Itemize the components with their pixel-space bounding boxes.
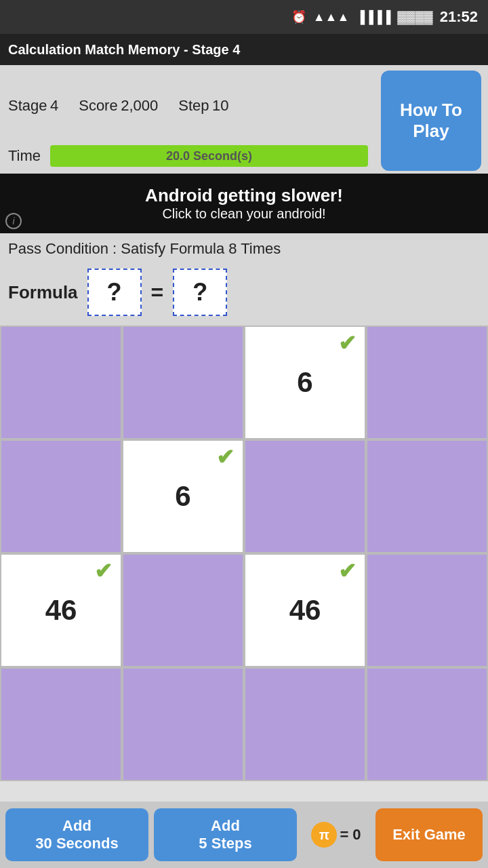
battery-icon: ▓▓▓▓ [397, 10, 433, 24]
app-title: Calculation Match Memory - Stage 4 [8, 42, 240, 58]
alarm-icon: ⏰ [291, 9, 306, 24]
grid-row-0: ✔6 [0, 326, 488, 439]
formula-right-box[interactable]: ? [173, 269, 227, 316]
grid-cell-3-0[interactable] [0, 667, 122, 781]
grid-cell-3-1[interactable] [122, 667, 244, 781]
grid-cell-0-2[interactable]: ✔6 [244, 326, 366, 439]
checkmark-icon: ✔ [216, 446, 235, 468]
grid-cell-0-0[interactable] [0, 326, 122, 439]
add-steps-line1: Add [211, 817, 240, 834]
formula-label: Formula [8, 282, 78, 303]
status-bar: ⏰ ▲▲▲ ▐▐▐▐ ▓▓▓▓ 21:52 [0, 0, 488, 34]
pass-condition: Pass Condition : Satisfy Formula 8 Times [0, 233, 488, 262]
cell-value: 46 [45, 594, 77, 627]
time-bar-fill: 20.0 Second(s) [50, 145, 368, 167]
ad-text: Android getting slower! Click to clean y… [145, 185, 343, 222]
add-seconds-button[interactable]: Add 30 Seconds [5, 808, 148, 861]
pass-condition-text: Pass Condition : Satisfy Formula 8 Times [8, 240, 281, 257]
pi-symbol: π [319, 827, 329, 843]
ad-line2: Click to clean your android! [145, 206, 343, 222]
game-grid: ✔6✔6✔46✔46 [0, 326, 488, 781]
grid-cell-2-0[interactable]: ✔46 [0, 553, 122, 667]
how-to-play-button[interactable]: How To Play [381, 71, 481, 171]
info-icon[interactable]: i [5, 213, 22, 229]
grid-row-3 [0, 667, 488, 781]
stage-label: Stage [8, 97, 47, 115]
add-steps-line2: 5 Steps [199, 835, 251, 852]
grid-cell-1-1[interactable]: ✔6 [122, 439, 244, 553]
formula-equals: = [151, 280, 164, 305]
ad-banner[interactable]: Android getting slower! Click to clean y… [0, 174, 488, 233]
grid-cell-1-2[interactable] [244, 439, 366, 553]
time-value: 20.0 Second(s) [166, 149, 252, 163]
grid-cell-3-2[interactable] [244, 667, 366, 781]
add-steps-button[interactable]: Add 5 Steps [154, 808, 297, 861]
how-to-play-line1: How To [400, 100, 462, 120]
checkmark-icon: ✔ [338, 560, 357, 582]
cell-value: 46 [289, 594, 321, 627]
time-bar-container: 20.0 Second(s) [50, 145, 368, 167]
title-bar: Calculation Match Memory - Stage 4 [0, 34, 488, 65]
formula-left-box[interactable]: ? [87, 269, 142, 316]
grid-cell-0-3[interactable] [366, 326, 488, 439]
signal-icon: ▐▐▐▐ [356, 10, 390, 24]
grid-cell-2-3[interactable] [366, 553, 488, 667]
status-time: 21:52 [440, 8, 478, 26]
cell-value: 6 [175, 480, 190, 513]
formula-right-value: ? [192, 278, 207, 307]
grid-cell-3-3[interactable] [366, 667, 488, 781]
grid-cell-2-2[interactable]: ✔46 [244, 553, 366, 667]
exit-label: Exit Game [392, 826, 466, 844]
how-to-play-line2: Play [413, 121, 449, 141]
pi-value: = 0 [340, 826, 361, 844]
checkmark-icon: ✔ [338, 332, 357, 354]
grid-cell-2-1[interactable] [122, 553, 244, 667]
add-seconds-line1: Add [62, 817, 92, 834]
grid-cell-1-3[interactable] [366, 439, 488, 553]
stage-value: 4 [50, 97, 58, 115]
exit-game-button[interactable]: Exit Game [375, 808, 483, 861]
score-label: Score [79, 97, 117, 115]
bottom-bar: Add 30 Seconds Add 5 Steps π = 0 Exit Ga… [0, 802, 488, 868]
step-label: Step [178, 97, 209, 115]
score-value: 2,000 [121, 97, 158, 115]
step-value: 10 [212, 97, 228, 115]
ad-line1: Android getting slower! [145, 185, 343, 206]
grid-cell-1-0[interactable] [0, 439, 122, 553]
grid-row-2: ✔46✔46 [0, 553, 488, 667]
formula-left-value: ? [107, 278, 122, 307]
pi-coin: π [311, 822, 337, 848]
time-label: Time [8, 147, 41, 165]
checkmark-icon: ✔ [94, 560, 113, 582]
game-header: Stage 4 Score 2,000 Step 10 Time 20.0 Se… [0, 65, 488, 174]
grid-row-1: ✔6 [0, 439, 488, 553]
formula-row: Formula ? = ? [0, 262, 488, 326]
cell-value: 6 [297, 366, 312, 399]
grid-cell-0-1[interactable] [122, 326, 244, 439]
add-seconds-line2: 30 Seconds [35, 835, 118, 852]
wifi-icon: ▲▲▲ [313, 10, 349, 24]
pi-display: π = 0 [302, 808, 370, 861]
